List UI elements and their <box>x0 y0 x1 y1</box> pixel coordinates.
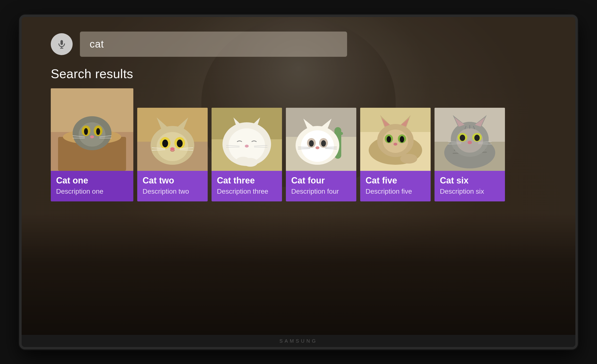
card-cat-six[interactable]: Cat six Description six <box>435 108 505 201</box>
search-area <box>51 32 546 57</box>
svg-point-25 <box>177 140 183 147</box>
card-image-cat-six <box>435 108 505 171</box>
svg-point-97 <box>460 135 465 141</box>
tv-frame: Search results <box>19 15 578 349</box>
mic-icon <box>57 39 67 49</box>
card-image-cat-one <box>51 88 133 171</box>
card-cat-two[interactable]: Cat two Description two <box>137 108 208 201</box>
svg-line-43 <box>254 147 267 147</box>
card-info-cat-three: Cat three Description three <box>212 171 282 201</box>
card-desc-cat-three: Description three <box>217 187 277 196</box>
tv-screen: Search results <box>22 17 575 335</box>
main-content: Search results <box>22 17 575 335</box>
svg-point-8 <box>79 122 105 147</box>
svg-line-41 <box>226 147 239 147</box>
card-desc-cat-two: Description two <box>143 187 202 196</box>
card-info-cat-two: Cat two Description two <box>137 171 208 201</box>
svg-rect-0 <box>60 40 63 45</box>
svg-point-13 <box>90 135 94 138</box>
svg-line-62 <box>325 147 337 147</box>
svg-point-37 <box>245 145 249 148</box>
svg-point-11 <box>84 128 88 135</box>
svg-point-12 <box>96 128 100 135</box>
svg-point-78 <box>400 154 417 164</box>
card-title-cat-three: Cat three <box>217 175 277 186</box>
svg-point-99 <box>468 141 472 144</box>
card-desc-cat-one: Description one <box>56 187 128 196</box>
svg-point-39 <box>243 158 258 167</box>
svg-point-76 <box>400 136 404 142</box>
card-cat-five[interactable]: Cat five Description five <box>360 108 431 201</box>
svg-point-58 <box>321 140 326 147</box>
svg-rect-49 <box>338 132 343 135</box>
svg-point-98 <box>474 135 480 141</box>
card-cat-three[interactable]: Cat three Description three <box>212 108 282 201</box>
search-input-container <box>80 32 347 57</box>
card-info-cat-four: Cat four Description four <box>286 171 356 201</box>
card-image-cat-five <box>360 108 431 171</box>
card-info-cat-one: Cat one Description one <box>51 171 133 201</box>
results-section: Search results <box>51 66 546 201</box>
brand-logo: SAMSUNG <box>279 338 317 344</box>
svg-point-57 <box>309 140 314 147</box>
card-title-cat-five: Cat five <box>366 175 425 186</box>
svg-point-26 <box>170 147 175 151</box>
card-image-cat-three <box>212 108 282 171</box>
card-title-cat-one: Cat one <box>56 175 128 186</box>
svg-point-24 <box>162 140 168 147</box>
svg-point-59 <box>316 146 319 149</box>
card-info-cat-five: Cat five Description five <box>360 171 431 201</box>
card-cat-one[interactable]: Cat one Description one <box>51 88 133 201</box>
svg-line-60 <box>298 147 310 147</box>
svg-point-75 <box>387 136 391 142</box>
svg-point-54 <box>301 130 334 162</box>
card-image-cat-two <box>137 108 208 171</box>
tv-bottom-bar: SAMSUNG <box>22 335 575 347</box>
mic-button[interactable] <box>51 33 73 55</box>
card-title-cat-four: Cat four <box>291 175 351 186</box>
card-info-cat-six: Cat six Description six <box>435 171 505 201</box>
card-title-cat-two: Cat two <box>143 175 202 186</box>
results-grid: Cat one Description one <box>51 88 546 201</box>
card-title-cat-six: Cat six <box>440 175 500 186</box>
results-title: Search results <box>51 66 546 81</box>
card-desc-cat-four: Description four <box>291 187 351 196</box>
card-desc-cat-six: Description six <box>440 187 500 196</box>
card-desc-cat-five: Description five <box>366 187 425 196</box>
svg-point-77 <box>393 143 397 146</box>
card-image-cat-four <box>286 108 356 171</box>
card-cat-four[interactable]: Cat four Description four <box>286 108 356 201</box>
search-input[interactable] <box>80 32 347 57</box>
